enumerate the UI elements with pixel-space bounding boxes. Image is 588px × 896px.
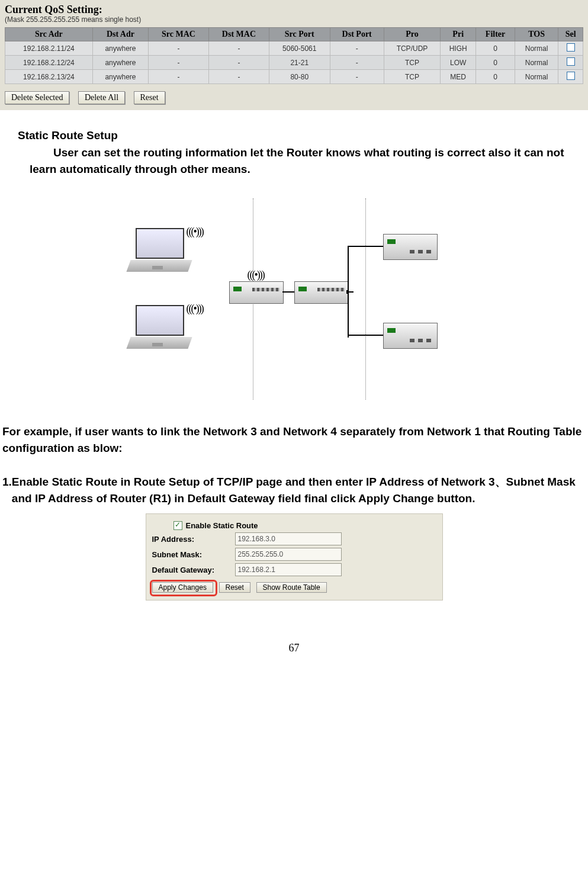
reset-button[interactable]: Reset <box>134 91 165 104</box>
col-filter: Filter <box>476 28 515 41</box>
col-dst-port: Dst Port <box>330 28 384 41</box>
enable-checkbox[interactable]: ✓ <box>173 521 182 530</box>
cell: 80-80 <box>269 70 330 84</box>
cell: - <box>149 56 209 70</box>
col-pro: Pro <box>384 28 440 41</box>
mask-label: Subnet Mask: <box>152 550 235 559</box>
divider-line <box>365 198 366 400</box>
col-src-mac: Src MAC <box>149 28 209 41</box>
cell: HIGH <box>441 41 476 56</box>
link-line <box>348 246 383 247</box>
delete-all-button[interactable]: Delete All <box>78 91 125 104</box>
cell: TCP <box>384 70 440 84</box>
step-1: 1. Enable Static Route in Route Setup of… <box>0 474 588 506</box>
qos-title: Current QoS Setting: <box>5 4 583 16</box>
laptop-icon: (((•))) <box>128 305 194 349</box>
cell: Normal <box>515 56 558 70</box>
col-src-port: Src Port <box>269 28 330 41</box>
qos-subtitle: (Mask 255.255.255.255 means single host) <box>5 15 583 24</box>
row-checkbox[interactable] <box>567 43 575 52</box>
cell: anywhere <box>92 70 148 84</box>
col-sel: Sel <box>558 28 583 41</box>
qos-panel: Current QoS Setting: (Mask 255.255.255.2… <box>0 0 588 110</box>
enable-label: Enable Static Route <box>186 521 258 530</box>
wifi-icon: (((•))) <box>187 226 203 238</box>
cell: 5060-5061 <box>269 41 330 56</box>
para1-text: User can set the routing information let… <box>30 146 564 175</box>
gw-label: Default Gateway: <box>152 566 235 574</box>
cell: 192.168.2.12/24 <box>5 56 93 70</box>
table-row: 192.168.2.12/24 anywhere - - 21-21 - TCP… <box>5 56 583 70</box>
qos-table: Src Adr Dst Adr Src MAC Dst MAC Src Port… <box>5 27 583 84</box>
cell: - <box>208 56 269 70</box>
cell-sel <box>558 41 583 56</box>
enable-row: ✓ Enable Static Route <box>152 521 436 530</box>
page-number: 67 <box>0 642 588 654</box>
wireless-router-icon: (((•))) <box>229 281 284 304</box>
reset-button[interactable]: Reset <box>219 582 250 593</box>
cell: 21-21 <box>269 56 330 70</box>
link-line <box>348 335 383 336</box>
wifi-icon: (((•))) <box>187 303 203 315</box>
step-number: 1. <box>2 474 12 506</box>
cell: anywhere <box>92 41 148 56</box>
cell: 192.168.2.11/24 <box>5 41 93 56</box>
static-route-section: Static Route Setup User can set the rout… <box>0 110 588 177</box>
row-checkbox[interactable] <box>567 57 575 66</box>
switch-icon <box>383 234 438 260</box>
highlight-box <box>150 580 217 596</box>
cell: 0 <box>476 41 515 56</box>
cell-sel <box>558 70 583 84</box>
link-line <box>282 291 294 293</box>
section-para-1: User can set the routing information let… <box>30 144 570 177</box>
table-header-row: Src Adr Dst Adr Src MAC Dst MAC Src Port… <box>5 28 583 41</box>
button-row: Delete Selected Delete All Reset <box>5 84 583 104</box>
ip-row: IP Address: <box>152 532 436 545</box>
cell: Normal <box>515 70 558 84</box>
router-icon <box>294 281 349 304</box>
cell: 0 <box>476 56 515 70</box>
network-diagram: (((•))) (((•))) (((•))) <box>105 198 484 400</box>
table-row: 192.168.2.13/24 anywhere - - 80-80 - TCP… <box>5 70 583 84</box>
switch-icon <box>383 323 438 349</box>
col-pri: Pri <box>441 28 476 41</box>
cell: - <box>149 70 209 84</box>
cell: 192.168.2.13/24 <box>5 70 93 84</box>
link-line <box>348 246 349 292</box>
col-dst-mac: Dst MAC <box>208 28 269 41</box>
wifi-icon: (((•))) <box>248 269 264 281</box>
mask-field[interactable] <box>235 548 342 561</box>
mask-row: Subnet Mask: <box>152 548 436 561</box>
cell: 0 <box>476 70 515 84</box>
cell: TCP/UDP <box>384 41 440 56</box>
show-route-table-button[interactable]: Show Route Table <box>256 582 327 593</box>
example-para: For example, if user wants to link the N… <box>0 423 588 456</box>
section-heading: Static Route Setup <box>18 129 570 142</box>
cell: - <box>330 41 384 56</box>
gw-row: Default Gateway: <box>152 563 436 576</box>
col-src-adr: Src Adr <box>5 28 93 41</box>
ip-field[interactable] <box>235 532 342 545</box>
cell: LOW <box>441 56 476 70</box>
gw-field[interactable] <box>235 563 342 576</box>
cell: anywhere <box>92 56 148 70</box>
cell: - <box>330 56 384 70</box>
cell: Normal <box>515 41 558 56</box>
col-tos: TOS <box>515 28 558 41</box>
cell: - <box>330 70 384 84</box>
link-line <box>348 291 349 335</box>
cell: - <box>208 41 269 56</box>
ip-label: IP Address: <box>152 535 235 544</box>
cell-sel <box>558 56 583 70</box>
cell: - <box>208 70 269 84</box>
static-route-form: ✓ Enable Static Route IP Address: Subnet… <box>146 513 443 600</box>
step-text: Enable Static Route in Route Setup of TC… <box>12 474 588 506</box>
cell: - <box>149 41 209 56</box>
delete-selected-button[interactable]: Delete Selected <box>5 91 69 104</box>
table-row: 192.168.2.11/24 anywhere - - 5060-5061 -… <box>5 41 583 56</box>
form-button-row: Apply Changes Reset Show Route Table <box>152 579 436 593</box>
row-checkbox[interactable] <box>567 72 575 80</box>
laptop-icon: (((•))) <box>128 228 194 272</box>
col-dst-adr: Dst Adr <box>92 28 148 41</box>
cell: MED <box>441 70 476 84</box>
